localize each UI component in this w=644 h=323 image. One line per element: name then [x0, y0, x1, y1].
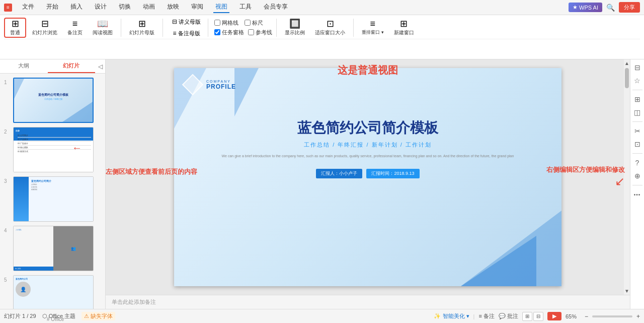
sep1 [121, 19, 121, 37]
beauty-button[interactable]: ✨ 智能美化 ▾ [434, 312, 469, 320]
menu-home[interactable]: 开始 [44, 2, 60, 13]
slide-master-label: 幻灯片母版 [129, 29, 154, 36]
grid-checkbox[interactable] [214, 20, 220, 26]
view-grid-btn[interactable]: ⊟ [533, 312, 543, 321]
slide-main-title[interactable]: 蓝色简约公司简介模板 [174, 118, 561, 138]
canvas-area: 这是普通视图 左侧区域方便查看前后页的内容 [106, 59, 630, 309]
menu-vip[interactable]: 会员专享 [262, 2, 290, 13]
right-btn-2[interactable]: ☆ [631, 75, 643, 87]
slide-background: COMPANY PROFILE 蓝色简约公司简介模板 工作总结 / 年终汇报 /… [174, 68, 561, 286]
menu-view[interactable]: 视图 [213, 2, 229, 13]
ribbon-row1: ⊞ 普通 ⊟ 幻灯片浏览 ≡ 备注页 📖 阅读视图 ⊞ 幻灯片母版 ⊟ 讲义母版 [4, 17, 640, 39]
task-pane-checkbox-group[interactable]: 任务窗格 [214, 29, 244, 36]
notes-master-label: 备注母版 [178, 30, 200, 37]
task-pane-checkbox[interactable] [214, 29, 220, 35]
scroll-thumb[interactable] [625, 68, 629, 88]
comments-button[interactable]: 💬 批注 [499, 312, 518, 320]
scroll-track [624, 67, 630, 287]
notes-button[interactable]: ≡ 备注 [478, 312, 494, 320]
menu-insert[interactable]: 插入 [68, 2, 85, 13]
menu-bar: 文件 开始 插入 设计 切换 动画 放映 审阅 视图 工具 会员专享 [20, 2, 290, 13]
sep2 [163, 19, 163, 37]
normal-view-icon: ⊞ [12, 19, 19, 28]
menu-file[interactable]: 文件 [20, 2, 36, 13]
zoom-slider[interactable] [592, 315, 632, 317]
slides-list: 1 蓝色简约公司简介模板 工作总结 / 年终汇报 2 [0, 74, 105, 309]
guide-checkbox[interactable] [248, 29, 254, 35]
slide-thumb-5[interactable]: 蓝色简约公司 👤 [13, 275, 94, 309]
slide-master-icon: ⊞ [138, 19, 146, 28]
notes-page-button[interactable]: ≡ 备注页 [63, 18, 87, 38]
guide-label: 参考线 [256, 29, 272, 36]
company-name: COMPANY PROFILE [206, 80, 236, 90]
search-icon[interactable]: 🔍 [606, 4, 615, 12]
slide-item-2[interactable]: 2 目录 01 公司简介 02 产品展示 03 广告设计 04 核心团队 05 … [4, 127, 101, 172]
grid-checkbox-group[interactable]: 网格线 [214, 19, 238, 27]
menu-design[interactable]: 设计 [93, 2, 109, 13]
right-btn-6[interactable]: ⊡ [631, 138, 643, 150]
scroll-down-button[interactable]: ▼ [623, 287, 630, 295]
slides-tab[interactable]: 幻灯片 [48, 59, 96, 73]
notes-master-button[interactable]: ≡ 备注母版 [169, 28, 204, 39]
slide-thumb-1[interactable]: 蓝色简约公司简介模板 工作总结 / 年终汇报 [13, 78, 94, 123]
slide-description: We can give a brief introduction to the … [174, 154, 561, 159]
fit-window-icon: ⊡ [327, 19, 334, 28]
title-bar: ≡ 文件 开始 插入 设计 切换 动画 放映 审阅 视图 工具 会员专享 ★ W… [0, 0, 644, 15]
ruler-checkbox[interactable] [245, 20, 251, 26]
ruler-checkbox-group[interactable]: 标尺 [245, 19, 263, 27]
reading-view-icon: 📖 [97, 19, 108, 28]
zoom-out-icon[interactable]: − [585, 313, 588, 320]
zoom-in-icon[interactable]: + [636, 313, 640, 320]
slide-thumb-4[interactable]: 👥 人才团队 核心团队 [13, 226, 94, 271]
reading-view-button[interactable]: 📖 阅读视图 [89, 18, 117, 38]
handout-master-button[interactable]: ⊟ 讲义母版 [169, 17, 204, 27]
slide-item-4[interactable]: 4 👥 人才团队 核心团队 [4, 226, 101, 271]
right-toolbar: ⊟ ☆ ⊞ ◫ ✂ ⊡ ? ⊕ ••• [630, 59, 644, 309]
view-normal-btn[interactable]: ⊞ [522, 312, 532, 321]
rearrange-window-button[interactable]: ≡ 重排窗口 ▾ [358, 18, 388, 38]
play-button[interactable]: ▶ [547, 312, 561, 320]
normal-view-button[interactable]: ⊞ 普通 [4, 18, 26, 38]
slide-item-5[interactable]: 5 蓝色简约公司 👤 [4, 275, 101, 309]
fit-window-label: 适应窗口大小 [315, 29, 345, 36]
slide-browse-button[interactable]: ⊟ 幻灯片浏览 [28, 18, 61, 38]
menu-slideshow[interactable]: 放映 [165, 2, 181, 13]
slide-thumb-3[interactable]: 蓝色简约公司简介 公司简介 企业文化 发展历程 [13, 176, 94, 222]
right-sep-4 [632, 185, 642, 185]
menu-transition[interactable]: 切换 [117, 2, 133, 13]
company-logo: COMPANY PROFILE [185, 77, 236, 92]
share-button[interactable]: 分享 [619, 2, 640, 13]
guide-checkbox-group[interactable]: 参考线 [248, 29, 272, 36]
slide-item-3[interactable]: 3 蓝色简约公司简介 公司简介 企业文化 发展历程 [4, 176, 101, 222]
slide-master-button[interactable]: ⊞ 幻灯片母版 [125, 18, 158, 38]
menu-review[interactable]: 审阅 [189, 2, 205, 13]
slide-browse-icon: ⊟ [41, 19, 49, 28]
menu-tools[interactable]: 工具 [237, 2, 254, 13]
right-btn-8[interactable]: ⊕ [631, 170, 643, 182]
slide-subtitle[interactable]: 工作总结 / 年终汇报 / 新年计划 / 工作计划 [174, 141, 561, 149]
status-bar: 幻灯片 1 / 29 ⬡ Office 主题 ⚠ 缺失字体 ✨ 智能美化 ▾ |… [0, 309, 644, 323]
wps-ai-button[interactable]: ★ WPS AI [569, 3, 602, 12]
right-btn-4[interactable]: ◫ [631, 106, 643, 118]
title-bar-left: ≡ 文件 开始 插入 设计 切换 动画 放映 审阅 视图 工具 会员专享 [4, 2, 290, 13]
right-btn-more[interactable]: ••• [631, 188, 643, 201]
left-panel: 大纲 幻灯片 ◁ 1 蓝色简约公司简介模板 工作总结 / 年终汇报 [0, 59, 106, 309]
scroll-up-button[interactable]: ▲ [623, 59, 630, 67]
right-sep-3 [632, 153, 642, 154]
font-warning: ⚠ 缺失字体 [82, 312, 115, 320]
slide-item-1[interactable]: 1 蓝色简约公司简介模板 工作总结 / 年终汇报 [4, 78, 101, 123]
menu-animation[interactable]: 动画 [141, 2, 157, 13]
notes-bar[interactable]: 单击此处添加备注 [106, 295, 630, 309]
right-btn-5[interactable]: ✂ [631, 125, 643, 137]
panel-collapse-button[interactable]: ◁ [95, 59, 105, 73]
right-btn-1[interactable]: ⊟ [631, 61, 643, 74]
outline-tab[interactable]: 大纲 [0, 59, 48, 73]
ribbon: ⊞ 普通 ⊟ 幻灯片浏览 ≡ 备注页 📖 阅读视图 ⊞ 幻灯片母版 ⊟ 讲义母版 [0, 15, 644, 59]
new-window-button[interactable]: ⊞ 新建窗口 [390, 18, 418, 38]
zoom-ratio-button[interactable]: 🔲 显示比例 [281, 18, 309, 38]
fit-window-button[interactable]: ⊡ 适应窗口大小 [311, 18, 349, 38]
canvas-vscrollbar[interactable]: ▲ ▼ [624, 59, 630, 295]
right-btn-3[interactable]: ⊞ [631, 93, 643, 105]
right-btn-7[interactable]: ? [631, 157, 643, 169]
slide-canvas[interactable]: COMPANY PROFILE 蓝色简约公司简介模板 工作总结 / 年终汇报 /… [174, 68, 561, 286]
